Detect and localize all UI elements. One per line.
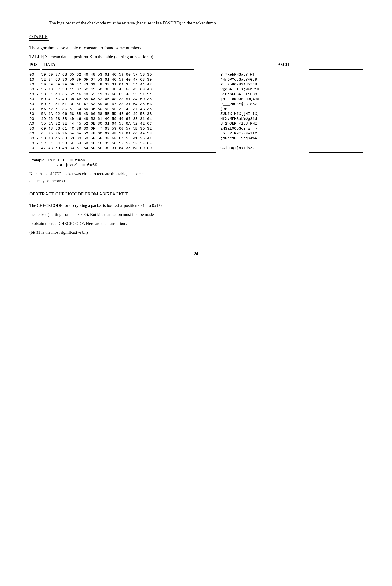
intro-text: The byte order of the checkcode must be …: [49, 20, 362, 27]
hex-cell: 30 – 56 40 67 53 41 07 6C 49 58 3B 4D 46…: [30, 87, 216, 92]
section1-underline: [30, 40, 49, 41]
hex-cell: F0 – 47 43 69 48 33 51 54 5D 6E 3C 31 64…: [30, 146, 216, 150]
hex-cell: 60 – 50 5F 5F 5F 3F 6F 47 63 59 40 67 33…: [30, 102, 216, 106]
example-block: Example : TABLE[0] = 0x59 TABLE[0xF2] = …: [30, 158, 362, 168]
ascii-cell: ZJbfX;MfX[]NI IX;: [220, 112, 294, 116]
col-data-header: DATA: [44, 62, 216, 67]
section2-text1: The CHECKCODE for decrypting a packet is…: [30, 202, 362, 209]
ascii-cell: ^4m6P?ogSaLY@Gc9: [220, 78, 294, 82]
section2-title: OEXTRACT CHECKCODE FROM A V5 PACKET: [30, 191, 362, 197]
table-row: 80 – 5A 4A 62 66 58 3B 4D 66 58 5B 5D 4E…: [30, 112, 362, 116]
hex-cell: 10 – 5E 34 6D 36 50 3F 6F 67 53 61 4C 59…: [30, 78, 216, 82]
ascii-cell: iHSaL9OoGcY`W[=>: [220, 126, 294, 131]
ascii-cell: Uj2>DERn<1dUjRNI: [220, 122, 294, 126]
page-number: 24: [30, 251, 362, 256]
col-ascii-header: ASCII: [216, 62, 289, 67]
section2-title-text: EXTRACT CHECKCODE FROM A V5 PACKET: [33, 191, 128, 196]
note-text: Note: A lot of UDP packet was check to r…: [30, 170, 362, 184]
table-row: F0 – 47 43 69 48 33 51 54 5D 6E 3C 31 64…: [30, 146, 362, 150]
table-row: 60 – 50 5F 5F 5F 3F 6F 47 63 59 40 67 33…: [30, 102, 362, 106]
ascii-cell: P___?oGcY@g31d5Z: [220, 102, 294, 106]
hex-cell: E0 – 3C 51 54 3D 5E 54 5D 4E 4C 39 50 5F…: [30, 141, 216, 146]
ascii-cell: ]NI I8KUJbFH3Q4m6: [220, 97, 294, 102]
section1-title: OTABLE: [30, 34, 362, 40]
section1-desc2: TABLE[X] mean data at position X in the …: [30, 54, 362, 60]
example-label1: Example : TABLE[0]: [30, 158, 66, 163]
hex-cell: D0 – 3B 4D 46 68 63 39 50 5F 5F 3F 6F 67…: [30, 136, 216, 140]
hex-cell: 00 – 59 60 37 6B 65 62 46 48 53 61 4C 59…: [30, 72, 216, 77]
section2-text2: the packet (starting from pos 0x00). But…: [30, 211, 362, 218]
section2-prefix: O: [30, 191, 33, 196]
table-row: 10 – 5E 34 6D 36 50 3F 6F 67 53 61 4C 59…: [30, 78, 362, 82]
hex-cell: 90 – 4D 66 58 3B 4D 46 48 53 61 4C 59 40…: [30, 116, 216, 121]
ascii-cell: GCiH3QT]n<1d5Z. .: [220, 146, 294, 150]
hex-cell: B0 – 69 48 53 61 4C 39 30 6F 47 63 59 60…: [30, 126, 216, 131]
section2-underline: [30, 198, 172, 198]
hex-cell: 70 – 6A 52 6E 3C 51 34 6D 36 50 5F 5F 3F…: [30, 107, 216, 111]
hex-cell: C0 – 64 35 3A 3A 5A 6A 52 4E 6C 69 48 53…: [30, 131, 216, 136]
hex-cell: 50 – 5D 4E 6C 49 38 4B 55 4A 62 46 48 33…: [30, 97, 216, 102]
table-row: 20 – 50 5F 5F 3F 6F 47 43 69 48 33 31 64…: [30, 82, 362, 87]
example-eq2: = 0x69: [82, 163, 97, 168]
ascii-cell: jRn: [220, 107, 294, 111]
hex-cell: 20 – 50 5F 5F 3F 6F 47 43 69 48 33 31 64…: [30, 82, 216, 87]
table-row: C0 – 64 35 3A 3A 5A 6A 52 4E 6C 69 48 53…: [30, 131, 362, 136]
ascii-cell: MfX;MFHSaLY@g31d: [220, 116, 294, 121]
example-eq1: = 0x59: [70, 158, 85, 163]
table-row: 90 – 4D 66 58 3B 4D 46 48 53 61 4C 59 40…: [30, 116, 362, 121]
table-rows: 00 – 59 60 37 6B 65 62 46 48 53 61 4C 59…: [30, 72, 362, 150]
ascii-cell: 31DebFHSA. IiH3QT: [220, 92, 294, 96]
section1-desc1: The algorithmes use a table of constant …: [30, 44, 362, 52]
table-row: A0 – 55 6A 32 3E 44 45 52 6E 3C 31 64 55…: [30, 122, 362, 126]
table-row: E0 – 3C 51 54 3D 5E 54 5D 4E 4C 39 50 5F…: [30, 141, 362, 146]
table-row: 40 – 33 31 44 65 62 46 48 53 41 07 6C 69…: [30, 92, 362, 96]
hex-cell: 80 – 5A 4A 62 66 58 3B 4D 66 58 5B 5D 4E…: [30, 112, 216, 116]
table-row: B0 – 69 48 53 61 4C 39 30 6F 47 63 59 60…: [30, 126, 362, 131]
section1-title-text: TABLE: [33, 34, 48, 40]
table-row: 30 – 56 40 67 53 41 07 6C 49 58 3B 4D 46…: [30, 87, 362, 92]
section2-text4: (bit 31 is the most significative bit): [30, 229, 362, 236]
ascii-cell: V@gSA. IIX;MFhCiH: [220, 87, 294, 92]
ascii-cell: d5::ZjRNIiHSaIIX: [220, 131, 294, 136]
ascii-cell: Y`7kebFHSaLY`W[=: [220, 72, 294, 77]
hex-cell: 40 – 33 31 44 65 62 46 48 53 41 07 6C 69…: [30, 92, 216, 96]
table-row: 00 – 59 60 37 6B 65 62 46 48 53 61 4C 59…: [30, 72, 362, 77]
example-label2: TABLE[0xF2]: [53, 163, 78, 168]
section1-prefix: O: [30, 34, 33, 40]
table-row: D0 – 3B 4D 46 68 63 39 50 5F 5F 3F 6F 67…: [30, 136, 362, 140]
table-row: 70 – 6A 52 6E 3C 51 34 6D 36 50 5F 5F 3F…: [30, 107, 362, 111]
col-pos-header: POS: [30, 62, 44, 67]
table-row: 50 – 5D 4E 6C 49 38 4B 55 4A 62 46 48 33…: [30, 97, 362, 102]
ascii-cell: P__?oGCiH31d5ZJB: [220, 82, 294, 87]
ascii-cell: ;MFhc9P__?ogSA%A: [220, 136, 294, 140]
section2-text3: to obtain the real CHECKCODE. Here are t…: [30, 220, 362, 227]
hex-cell: A0 – 55 6A 32 3E 44 45 52 6E 3C 31 64 55…: [30, 122, 216, 126]
